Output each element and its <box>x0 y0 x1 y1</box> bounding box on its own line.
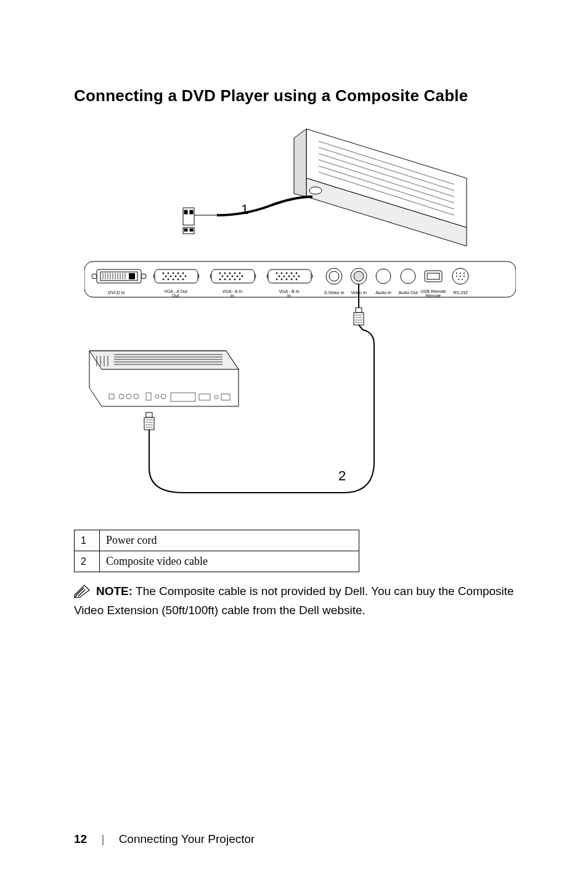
svg-point-93 <box>460 273 461 274</box>
note-text: The Composite cable is not provided by D… <box>74 585 514 617</box>
svg-point-131 <box>214 395 218 399</box>
svg-point-35 <box>168 273 169 274</box>
svg-point-64 <box>234 279 235 280</box>
table-row: 1 Power cord <box>75 530 359 551</box>
svg-text:Remote: Remote <box>426 294 441 298</box>
svg-rect-122 <box>109 394 114 399</box>
svg-point-36 <box>173 273 174 274</box>
svg-point-76 <box>293 276 295 277</box>
svg-rect-142 <box>146 413 152 417</box>
svg-point-58 <box>232 276 233 277</box>
svg-point-82 <box>296 279 297 280</box>
svg-point-98 <box>458 279 459 280</box>
svg-point-40 <box>170 276 171 277</box>
page-number: 12 <box>74 832 87 845</box>
svg-text:DVI-D In: DVI-D In <box>108 290 125 295</box>
svg-point-18 <box>92 274 97 279</box>
legend-text-2: Composite video cable <box>100 551 359 572</box>
svg-point-72 <box>296 273 297 274</box>
svg-point-84 <box>329 271 339 281</box>
svg-point-61 <box>219 279 221 280</box>
svg-point-59 <box>237 276 238 277</box>
svg-point-44 <box>163 279 164 280</box>
svg-text:Out: Out <box>172 294 179 298</box>
svg-text:Audio In: Audio In <box>375 290 391 295</box>
svg-point-37 <box>178 273 179 274</box>
svg-text:S-Video In: S-Video In <box>324 290 345 295</box>
page-footer: 12 | Connecting Your Projector <box>74 832 255 846</box>
table-row: 2 Composite video cable <box>75 551 359 572</box>
svg-point-47 <box>178 279 179 280</box>
page-title: Connecting a DVD Player using a Composit… <box>74 86 526 105</box>
svg-text:In: In <box>231 294 234 298</box>
svg-point-81 <box>291 279 292 280</box>
callout-1: 1 <box>241 202 248 217</box>
svg-point-127 <box>155 395 159 398</box>
svg-rect-130 <box>199 394 210 400</box>
svg-rect-90 <box>427 273 439 279</box>
svg-point-95 <box>456 276 457 277</box>
svg-point-97 <box>463 276 465 277</box>
svg-text:VGA - A In: VGA - A In <box>223 289 242 294</box>
svg-point-86 <box>354 271 364 281</box>
svg-point-38 <box>182 273 184 274</box>
svg-point-56 <box>222 276 223 277</box>
svg-point-52 <box>224 273 226 274</box>
svg-point-75 <box>288 276 290 277</box>
note-label: NOTE: <box>96 585 133 598</box>
svg-point-70 <box>286 273 287 274</box>
svg-rect-132 <box>221 394 230 400</box>
svg-point-87 <box>376 269 391 284</box>
svg-text:Audio Out: Audio Out <box>398 290 417 295</box>
svg-point-88 <box>401 269 415 284</box>
legend-table: 1 Power cord 2 Composite video cable <box>74 530 359 572</box>
svg-point-79 <box>281 279 282 280</box>
svg-rect-129 <box>171 393 195 401</box>
svg-text:VGA - A Out: VGA - A Out <box>164 289 187 294</box>
svg-point-128 <box>161 394 166 399</box>
note-icon <box>74 585 90 602</box>
svg-point-9 <box>309 187 322 194</box>
svg-point-54 <box>234 273 235 274</box>
footer-separator: | <box>101 832 104 845</box>
svg-point-99 <box>462 279 463 280</box>
svg-point-46 <box>173 279 174 280</box>
svg-rect-114 <box>356 308 362 313</box>
connection-diagram: 1 <box>84 123 516 505</box>
svg-rect-31 <box>129 273 135 279</box>
svg-point-80 <box>286 279 287 280</box>
svg-rect-143 <box>144 417 154 430</box>
svg-point-123 <box>119 394 124 399</box>
svg-rect-115 <box>354 313 364 325</box>
svg-point-19 <box>141 274 146 279</box>
svg-point-41 <box>175 276 176 277</box>
svg-text:RS-232: RS-232 <box>453 290 468 295</box>
legend-num-2: 2 <box>75 551 100 572</box>
svg-point-48 <box>182 279 184 280</box>
svg-point-42 <box>180 276 181 277</box>
svg-text:USB Remote: USB Remote <box>421 289 446 294</box>
svg-point-124 <box>126 394 131 399</box>
svg-point-62 <box>224 279 226 280</box>
svg-point-77 <box>298 276 300 277</box>
svg-point-34 <box>163 273 164 274</box>
svg-rect-11 <box>184 210 187 214</box>
svg-point-74 <box>284 276 285 277</box>
svg-point-78 <box>276 279 277 280</box>
svg-point-39 <box>165 276 166 277</box>
svg-point-43 <box>185 276 186 277</box>
svg-point-69 <box>281 273 282 274</box>
svg-point-55 <box>239 273 240 274</box>
svg-point-63 <box>229 279 231 280</box>
svg-text:In: In <box>287 294 291 298</box>
svg-point-94 <box>463 273 465 274</box>
callout-2: 2 <box>338 468 346 483</box>
svg-point-51 <box>219 273 221 274</box>
svg-rect-15 <box>190 229 193 231</box>
svg-point-53 <box>229 273 231 274</box>
svg-point-125 <box>134 394 139 399</box>
svg-point-57 <box>227 276 228 277</box>
svg-marker-2 <box>294 129 306 197</box>
svg-point-60 <box>242 276 243 277</box>
svg-point-71 <box>291 273 292 274</box>
